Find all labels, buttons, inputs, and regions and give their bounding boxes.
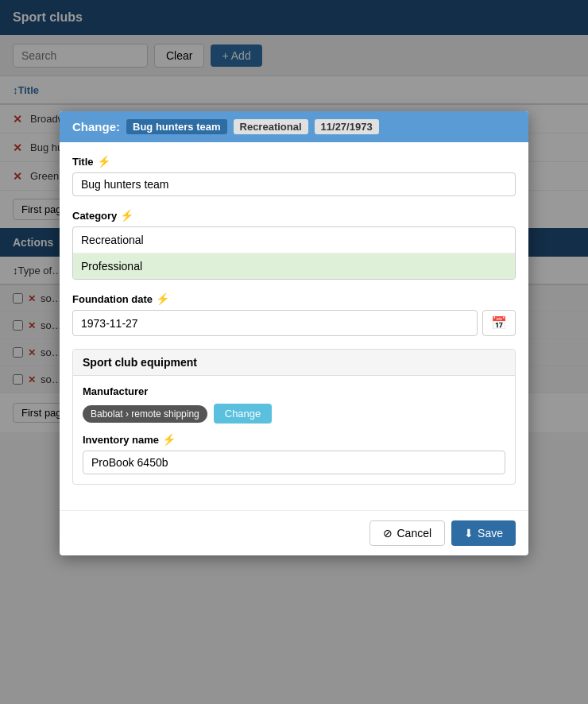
category-list: Recreational Professional [72, 226, 516, 280]
equipment-body: Manufacturer Babolat › remote shipping C… [73, 376, 515, 484]
required-icon: ⚡ [97, 155, 110, 168]
manufacturer-badge: Babolat › remote shipping [83, 405, 207, 423]
category-professional[interactable]: Professional [73, 253, 515, 279]
modal-overlay: Change: Bug hunters team Recreational 11… [0, 0, 588, 704]
title-input[interactable] [72, 172, 516, 196]
modal-header: Change: Bug hunters team Recreational 11… [60, 111, 528, 142]
change-modal: Change: Bug hunters team Recreational 11… [60, 111, 528, 555]
equipment-header: Sport club equipment [73, 350, 515, 376]
foundation-date-field-group: Foundation date ⚡ 📅 [72, 292, 516, 336]
save-icon: ⬇ [464, 527, 474, 540]
modal-footer: ⊘ Cancel ⬇ Save [60, 510, 528, 555]
category-label: Category ⚡ [72, 209, 516, 222]
title-label: Title ⚡ [72, 155, 516, 168]
date-badge: 11/27/1973 [315, 119, 379, 134]
team-name-badge: Bug hunters team [126, 119, 227, 134]
modal-body: Title ⚡ Category ⚡ Recreational Professi… [60, 142, 528, 510]
category-recreational[interactable]: Recreational [73, 227, 515, 253]
manufacturer-row: Babolat › remote shipping Change [83, 404, 505, 424]
category-field-group: Category ⚡ Recreational Professional [72, 209, 516, 280]
cancel-button[interactable]: ⊘ Cancel [369, 520, 445, 546]
cancel-icon: ⊘ [383, 527, 393, 540]
foundation-date-input[interactable] [72, 310, 478, 336]
required-icon: ⚡ [156, 292, 169, 305]
equipment-section: Sport club equipment Manufacturer Babola… [72, 349, 516, 485]
required-icon: ⚡ [120, 209, 133, 222]
calendar-button[interactable]: 📅 [482, 310, 516, 336]
manufacturer-label: Manufacturer [83, 385, 505, 397]
save-button[interactable]: ⬇ Save [451, 520, 516, 546]
category-badge: Recreational [234, 119, 308, 134]
change-button[interactable]: Change [214, 404, 273, 424]
required-icon: ⚡ [162, 433, 176, 446]
foundation-date-label: Foundation date ⚡ [72, 292, 516, 305]
date-row: 📅 [72, 310, 516, 336]
modal-change-label: Change: [72, 120, 120, 133]
inventory-name-input[interactable] [83, 451, 505, 474]
inventory-name-label: Inventory name ⚡ [83, 433, 505, 446]
title-field-group: Title ⚡ [72, 155, 516, 196]
